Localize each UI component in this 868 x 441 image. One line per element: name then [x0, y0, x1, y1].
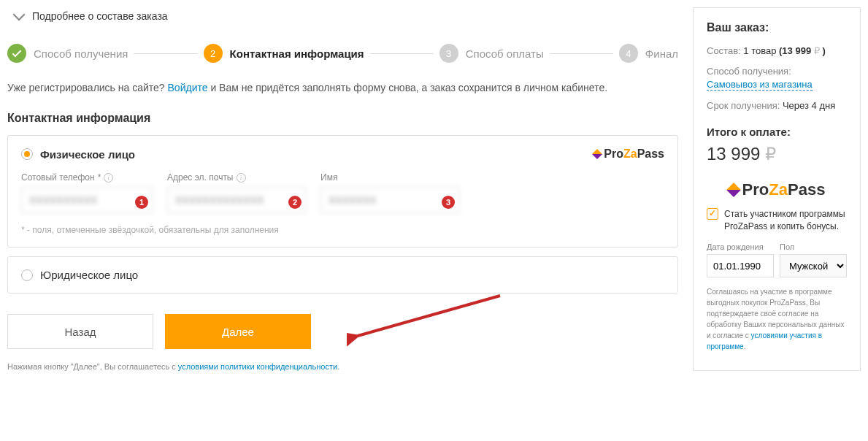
- name-field: Имя 3: [320, 172, 459, 213]
- badge-3: 3: [442, 196, 455, 209]
- step-3-label: Способ оплаты: [466, 47, 544, 60]
- phone-input[interactable]: [21, 187, 153, 213]
- diamond-icon: [726, 183, 741, 197]
- legal-radio[interactable]: Юридическое лицо: [21, 269, 664, 281]
- order-summary: Ваш заказ: Состав: 1 товар (13 999 ₽ ) С…: [693, 7, 861, 371]
- legal-panel[interactable]: Юридическое лицо: [7, 256, 678, 294]
- order-details-toggle[interactable]: Подробнее о составе заказа: [7, 7, 678, 31]
- step-1[interactable]: Способ получения: [7, 44, 128, 63]
- delivery-row: Способ получения: Самовывоз из магазина: [707, 65, 847, 91]
- individual-radio[interactable]: Физическое лицо: [21, 148, 135, 161]
- step-2-circle: 2: [204, 44, 223, 63]
- prozapass-checkbox-row[interactable]: Стать участником программы ProZaPass и к…: [707, 208, 847, 233]
- diamond-icon: [592, 149, 602, 159]
- legal-label: Юридическое лицо: [40, 269, 138, 281]
- step-divider: [550, 53, 613, 54]
- step-4-label: Финал: [645, 47, 678, 60]
- radio-icon: [21, 148, 33, 160]
- composition-row: Состав: 1 товар (13 999 ₽ ): [707, 45, 847, 58]
- badge-2: 2: [288, 196, 302, 209]
- step-divider: [134, 53, 197, 54]
- step-2-label: Контактная информация: [230, 47, 364, 60]
- prozapass-logo: ProZaPass: [594, 147, 664, 161]
- step-4-circle: 4: [619, 44, 638, 63]
- name-label: Имя: [320, 172, 459, 183]
- step-1-label: Способ получения: [34, 47, 128, 60]
- step-4: 4 Финал: [619, 44, 678, 63]
- login-link[interactable]: Войдите: [168, 82, 208, 93]
- dob-input[interactable]: [707, 254, 774, 277]
- arrow-annotation-icon: [347, 292, 507, 358]
- checkbox-icon: [707, 208, 718, 220]
- phone-field: Сотовый телефон* i 1: [21, 172, 153, 213]
- email-field: Адрес эл. почты i 2: [167, 172, 306, 213]
- gender-field: Пол Мужской: [780, 242, 847, 277]
- order-details-label: Подробнее о составе заказа: [32, 10, 168, 22]
- gender-select[interactable]: Мужской: [780, 254, 847, 277]
- term-row: Срок получения: Через 4 дня: [707, 99, 847, 112]
- required-footnote: * - поля, отмеченные звёздочкой, обязате…: [21, 225, 664, 235]
- checkout-steps: Способ получения 2 Контактная информация…: [7, 44, 678, 63]
- step-divider: [370, 53, 434, 54]
- phone-label: Сотовый телефон* i: [21, 172, 153, 183]
- step-3: 3 Способ оплаты: [439, 44, 544, 63]
- back-button[interactable]: Назад: [7, 314, 153, 349]
- prozapass-logo-big: ProZaPass: [707, 180, 847, 199]
- dob-field: Дата рождения: [707, 242, 774, 277]
- step-3-circle: 3: [439, 44, 458, 63]
- step-1-circle: [7, 44, 26, 63]
- terms-hint: Нажимая кнопку "Далее", Вы соглашаетесь …: [7, 362, 678, 371]
- radio-icon: [21, 269, 33, 281]
- name-input[interactable]: [320, 187, 459, 213]
- prozapass-check-label: Стать участником программы ProZaPass и к…: [724, 208, 847, 233]
- section-title: Контактная информация: [7, 112, 678, 125]
- delivery-link[interactable]: Самовывоз из магазина: [707, 79, 813, 91]
- individual-label: Физическое лицо: [40, 148, 135, 161]
- login-hint: Уже регистрировались на сайте? Войдите и…: [7, 80, 678, 96]
- email-label: Адрес эл. почты i: [167, 172, 306, 183]
- step-2: 2 Контактная информация: [204, 44, 364, 63]
- badge-1: 1: [135, 196, 148, 209]
- total-value: 13 999 ₽: [707, 144, 847, 164]
- email-input[interactable]: [167, 187, 306, 213]
- summary-title: Ваш заказ:: [707, 21, 847, 34]
- prozapass-disclaimer: Соглашаясь на участие в программе выгодн…: [707, 286, 847, 352]
- check-icon: [12, 47, 22, 57]
- info-icon[interactable]: i: [237, 173, 246, 183]
- next-button[interactable]: Далее: [165, 314, 311, 349]
- individual-panel: Физическое лицо ProZaPass Сотовый телефо…: [7, 135, 678, 248]
- gender-label: Пол: [780, 242, 847, 251]
- total-label: Итого к оплате:: [707, 126, 847, 138]
- privacy-link[interactable]: условиями политики конфиденциальности: [178, 362, 337, 371]
- dob-label: Дата рождения: [707, 242, 774, 251]
- info-icon[interactable]: i: [104, 173, 113, 183]
- chevron-down-icon: [13, 9, 26, 21]
